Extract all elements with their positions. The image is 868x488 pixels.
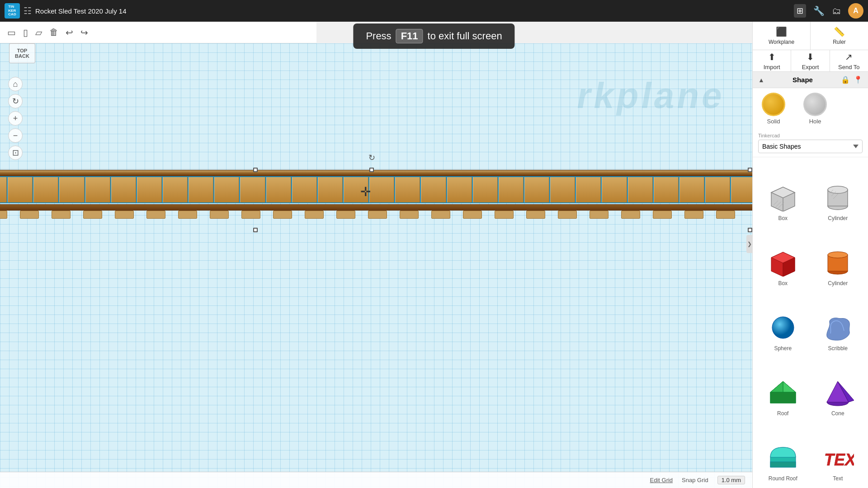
copy-button[interactable]: ▯	[20, 25, 31, 40]
user-avatar[interactable]: A	[848, 3, 863, 19]
shape-item-sphere[interactable]: Sphere	[756, 291, 810, 354]
orbit-button[interactable]: ↻	[8, 94, 23, 108]
bottom-bar: Edit Grid Snap Grid 1.0 mm	[0, 472, 752, 488]
round-roof-svg	[767, 444, 799, 472]
home-button[interactable]: ⌂	[8, 77, 23, 91]
pin-icon-btn[interactable]: 📍	[854, 75, 863, 84]
viewport[interactable]: rkplane	[0, 43, 752, 488]
shape-item-cone[interactable]: Cone	[811, 356, 865, 419]
selection-handle-tl[interactable]	[253, 168, 258, 172]
export-button[interactable]: ⬇ Export	[791, 50, 830, 71]
shape-preview-cylinder-outline	[820, 182, 856, 213]
rotation-handle[interactable]: ↻	[367, 153, 376, 162]
shape-name-round-roof: Round Roof	[769, 475, 797, 482]
shape-name-sphere: Sphere	[774, 345, 792, 352]
shape-name-box-outline: Box	[778, 215, 788, 221]
shape-title: Shape	[793, 76, 813, 84]
logo: TINKERCAD	[5, 3, 20, 19]
new-button[interactable]: ▭	[5, 25, 19, 40]
text-shape-svg: TEXT	[821, 444, 854, 472]
snap-grid-value[interactable]: 1.0 mm	[717, 476, 745, 484]
document-icon[interactable]: ☷	[24, 5, 32, 16]
sendto-button[interactable]: ↗ Send To	[830, 50, 868, 71]
shape-name-cylinder-solid: Cylinder	[828, 280, 848, 286]
svg-rect-27	[770, 462, 796, 467]
shape-item-cylinder-outline[interactable]: Cylinder	[811, 161, 865, 224]
sendto-icon: ↗	[845, 52, 853, 62]
rp-actions: ⬆ Import ⬇ Export ↗ Send To	[753, 50, 868, 72]
svg-rect-23	[770, 392, 796, 403]
solid-label: Solid	[767, 118, 780, 125]
grid-overlay	[0, 177, 752, 202]
workplane-icon2: ⬛	[776, 26, 787, 37]
view-cube[interactable]: TOP BACK	[9, 43, 36, 63]
shape-item-box-outline[interactable]: Box	[756, 161, 810, 224]
shape-preview-scribble	[820, 312, 856, 343]
redo-button[interactable]: ↪	[78, 25, 91, 40]
cylinder-solid-svg	[821, 249, 854, 277]
shape-collapse-arrow[interactable]: ▲	[758, 76, 764, 84]
topbar-right: ⊞ 🔧 🗂 A	[794, 3, 863, 19]
f11-badge: F11	[396, 29, 423, 43]
shape-item-box-solid[interactable]: Box	[756, 226, 810, 289]
solid-toggle[interactable]: Solid	[762, 93, 785, 125]
category-label: Tinkercad	[758, 133, 863, 138]
cube-top[interactable]: TOP BACK	[9, 43, 35, 63]
selection-handle-br[interactable]	[748, 228, 752, 232]
shape-preview-cylinder-solid	[820, 247, 856, 278]
selection-handle-tr[interactable]	[748, 168, 752, 172]
track-bottom-rail	[0, 204, 752, 211]
svg-text:TEXT: TEXT	[824, 450, 854, 469]
projects-icon-button[interactable]: 🗂	[832, 6, 841, 16]
delete-button[interactable]: 🗑	[47, 25, 61, 39]
shape-name-box-solid: Box	[778, 280, 788, 286]
fit-button[interactable]: ⊡	[8, 145, 23, 160]
selection-handle-m[interactable]	[369, 168, 374, 172]
import-icon: ⬆	[768, 52, 776, 62]
import-button[interactable]: ⬆ Import	[753, 50, 791, 71]
sphere-svg	[767, 314, 799, 342]
ruler-btn[interactable]: 📏 Ruler	[811, 22, 868, 50]
shape-preview-box-outline	[765, 182, 801, 213]
workplane-btn[interactable]: ⬛ Workplane	[753, 22, 811, 50]
undo-button[interactable]: ↩	[63, 25, 76, 40]
zoom-in-button[interactable]: +	[8, 111, 23, 126]
panel-toggle[interactable]: ❯	[746, 235, 753, 253]
hole-circle	[803, 93, 827, 116]
hole-label: Hole	[809, 118, 821, 125]
cone-svg	[821, 379, 854, 407]
cylinder-outline-svg	[821, 183, 854, 211]
hole-toggle[interactable]: Hole	[803, 93, 827, 125]
zoom-out-button[interactable]: −	[8, 128, 23, 143]
solid-circle	[762, 93, 785, 116]
shape-name-cylinder-outline: Cylinder	[828, 215, 848, 221]
export-icon: ⬇	[807, 52, 814, 62]
roof-svg	[767, 379, 799, 407]
category-select[interactable]: Basic Shapes	[758, 140, 863, 153]
shape-item-roof[interactable]: Roof	[756, 356, 810, 419]
shape-item-cylinder-solid[interactable]: Cylinder	[811, 226, 865, 289]
svg-marker-21	[783, 381, 796, 392]
shape-name-roof: Roof	[777, 410, 788, 417]
shape-item-text[interactable]: TEXT Text	[811, 421, 865, 484]
move-cursor-indicator: ✛	[360, 184, 371, 199]
selection-handle-bl[interactable]	[253, 228, 258, 232]
tools-icon-button[interactable]: 🔧	[813, 5, 825, 16]
right-panel: ⬛ ◻ ⬡ ⊞ ⇅ ⬛ Workplane 📏 Ruler ⬆ Import ⬇…	[752, 0, 868, 488]
shape-item-scribble[interactable]: Scribble	[811, 291, 865, 354]
svg-point-19	[772, 317, 794, 338]
duplicate-button[interactable]: ▱	[33, 25, 45, 40]
edit-grid-link[interactable]: Edit Grid	[650, 477, 673, 483]
grid-view-button[interactable]: ⊞	[794, 4, 806, 18]
shape-preview-sphere	[765, 312, 801, 343]
topbar: TINKERCAD ☷ Rocket Sled Test 2020 July 1…	[0, 0, 868, 22]
lock-icon-btn[interactable]: 🔒	[841, 75, 850, 84]
notif-suffix: to exit full screen	[428, 30, 502, 42]
toolbar2: ▭ ▯ ▱ 🗑 ↩ ↪	[0, 22, 316, 43]
shape-item-round-roof[interactable]: Round Roof	[756, 421, 810, 484]
track-ties	[0, 211, 752, 224]
svg-point-18	[828, 252, 848, 258]
shape-preview-text: TEXT	[820, 442, 856, 474]
track-object[interactable]: ↻ ✛	[0, 170, 752, 238]
notif-prefix: Press	[366, 30, 391, 42]
